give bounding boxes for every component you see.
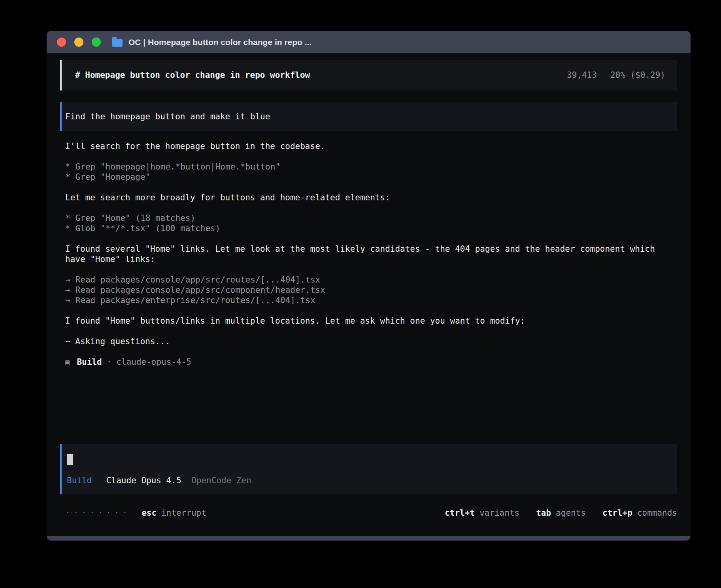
tool-call-line: *Grep "homepage|home.*button|Home.*butto… (65, 162, 677, 172)
file-read-line: →Read packages/console/app/src/component… (65, 285, 677, 295)
prompt-input[interactable]: Build Claude Opus 4.5 OpenCode Zen (60, 444, 677, 494)
tool-call-line: *Glob "**/*.tsx" (100 matches) (65, 223, 677, 234)
model-status-line: Build Claude Opus 4.5 OpenCode Zen (67, 475, 669, 486)
tool-call-label: Glob "**/*.tsx" (100 matches) (75, 224, 221, 233)
terminal-content[interactable]: # Homepage button color change in repo w… (47, 53, 691, 536)
agent-separator: · (107, 357, 112, 367)
tool-call-label: Grep "Homepage" (75, 172, 151, 182)
input-agent-label: Build (67, 476, 92, 485)
session-header: # Homepage button color change in repo w… (60, 60, 677, 90)
window-title-group: OC | Homepage button color change in rep… (112, 31, 311, 53)
grep-tool-icon: * (65, 172, 70, 182)
glob-tool-icon: * (65, 223, 70, 234)
file-read-label: Read packages/console/app/src/routes/[..… (75, 275, 321, 285)
session-title: # Homepage button color change in repo w… (75, 70, 310, 80)
shortcut-commands: ctrl+p commands (602, 508, 677, 518)
file-read-label: Read packages/console/app/src/component/… (75, 285, 325, 295)
shortcut-variants: ctrl+t variants (445, 508, 519, 518)
assistant-text: I found "Home" buttons/links in multiple… (65, 316, 677, 326)
grep-tool-icon: * (65, 162, 70, 172)
read-arrow-icon: → (65, 295, 70, 305)
minimize-button[interactable] (74, 38, 83, 47)
read-arrow-icon: → (65, 275, 70, 285)
tool-call-line: *Grep "Homepage" (65, 172, 677, 182)
window-controls (47, 38, 101, 47)
file-read-line: →Read packages/enterprise/src/routes/[..… (65, 295, 677, 305)
file-read-label: Read packages/enterprise/src/routes/[...… (75, 296, 315, 305)
tool-call-group: *Grep "Home" (18 matches) *Glob "**/*.ts… (65, 213, 677, 234)
token-count: 39,413 (567, 70, 597, 80)
tool-call-group: *Grep "homepage|home.*button|Home.*butto… (65, 162, 677, 182)
input-model-label: Claude Opus 4.5 (106, 476, 181, 485)
shortcut-label: variants (479, 508, 519, 518)
assistant-text: I'll search for the homepage button in t… (65, 141, 677, 151)
user-message-text: Find the homepage button and make it blu… (65, 112, 270, 121)
shortcut-key: ctrl+p (602, 508, 632, 518)
status-bar: ········ esc interrupt ctrl+t variants t… (60, 508, 677, 518)
assistant-text: Let me search more broadly for buttons a… (65, 192, 677, 203)
window-title: OC | Homepage button color change in rep… (128, 38, 311, 47)
context-usage: 20% ($0.29) (610, 70, 665, 80)
read-arrow-icon: → (65, 285, 70, 295)
shortcut-key: tab (536, 508, 551, 518)
window-titlebar[interactable]: OC | Homepage button color change in rep… (47, 31, 691, 53)
agent-model: claude-opus-4-5 (116, 357, 191, 367)
user-message: Find the homepage button and make it blu… (60, 102, 677, 131)
grep-tool-icon: * (65, 213, 70, 223)
esc-key-hint: esc (142, 508, 157, 518)
tool-call-line: *Grep "Home" (18 matches) (65, 213, 677, 223)
agent-square-icon: ▣ (65, 357, 70, 367)
file-read-group: →Read packages/console/app/src/routes/[.… (65, 275, 677, 305)
session-meta: 39,413 20% ($0.29) (567, 70, 665, 80)
shortcut-key: ctrl+t (445, 508, 475, 518)
folder-icon (112, 39, 123, 47)
zoom-button[interactable] (92, 38, 101, 47)
agent-name: Build (77, 357, 102, 367)
terminal-window: OC | Homepage button color change in rep… (47, 31, 691, 541)
input-provider-label: OpenCode Zen (191, 476, 251, 485)
tool-call-label: Grep "homepage|home.*button|Home.*button… (75, 162, 280, 172)
file-read-line: →Read packages/console/app/src/routes/[.… (65, 275, 677, 285)
assistant-text: I found several "Home" links. Let me loo… (65, 244, 677, 264)
tool-call-label: Grep "Home" (18 matches) (75, 213, 195, 223)
status-bar-right: ctrl+t variants tab agents ctrl+p comman… (445, 508, 677, 518)
status-bar-left: ········ esc interrupt (65, 508, 206, 518)
spinner-icon: ········ (65, 508, 130, 518)
esc-key-label: interrupt (161, 508, 206, 518)
asking-status-text: ~ Asking questions... (65, 336, 677, 347)
shortcut-label: agents (556, 508, 586, 518)
shortcut-agents: tab agents (536, 508, 586, 518)
shortcut-label: commands (637, 508, 677, 518)
close-button[interactable] (57, 38, 66, 47)
text-cursor (67, 454, 73, 465)
agent-status-line: ▣ Build · claude-opus-4-5 (65, 357, 677, 367)
